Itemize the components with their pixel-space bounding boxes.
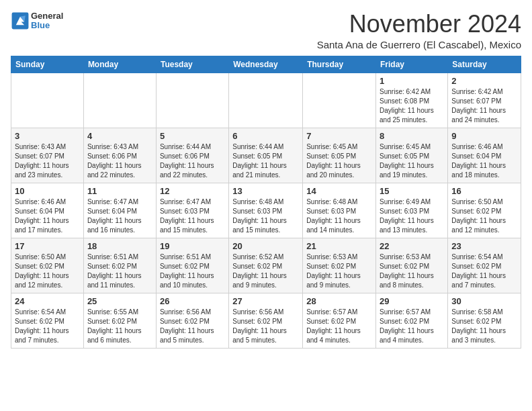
day-cell: 17Sunrise: 6:50 AM Sunset: 6:02 PM Dayli… <box>11 238 84 293</box>
day-cell: 12Sunrise: 6:47 AM Sunset: 6:03 PM Dayli… <box>156 183 228 238</box>
day-info: Sunrise: 6:57 AM Sunset: 6:02 PM Dayligh… <box>306 308 372 345</box>
day-info: Sunrise: 6:51 AM Sunset: 6:02 PM Dayligh… <box>160 253 225 290</box>
day-number: 28 <box>306 296 372 306</box>
day-cell: 15Sunrise: 6:49 AM Sunset: 6:03 PM Dayli… <box>376 183 448 238</box>
day-cell: 10Sunrise: 6:46 AM Sunset: 6:04 PM Dayli… <box>11 183 84 238</box>
day-cell: 14Sunrise: 6:48 AM Sunset: 6:03 PM Dayli… <box>303 183 376 238</box>
day-info: Sunrise: 6:50 AM Sunset: 6:02 PM Dayligh… <box>451 197 517 235</box>
day-number: 19 <box>160 241 225 251</box>
day-cell: 8Sunrise: 6:45 AM Sunset: 6:05 PM Daylig… <box>376 128 448 183</box>
day-info: Sunrise: 6:52 AM Sunset: 6:02 PM Dayligh… <box>232 253 299 290</box>
day-info: Sunrise: 6:46 AM Sunset: 6:04 PM Dayligh… <box>451 142 517 180</box>
week-row-2: 10Sunrise: 6:46 AM Sunset: 6:04 PM Dayli… <box>11 183 521 238</box>
day-cell: 9Sunrise: 6:46 AM Sunset: 6:04 PM Daylig… <box>448 128 521 183</box>
day-number: 13 <box>232 186 299 196</box>
day-number: 27 <box>232 296 299 306</box>
weekday-thursday: Thursday <box>303 56 376 73</box>
day-number: 8 <box>380 131 444 141</box>
week-row-4: 24Sunrise: 6:54 AM Sunset: 6:02 PM Dayli… <box>11 293 521 348</box>
day-number: 30 <box>451 296 517 306</box>
day-number: 22 <box>380 241 444 251</box>
day-cell: 23Sunrise: 6:54 AM Sunset: 6:02 PM Dayli… <box>448 238 521 293</box>
day-number: 16 <box>451 186 517 196</box>
logo-line2: Blue <box>31 20 63 31</box>
day-cell: 3Sunrise: 6:43 AM Sunset: 6:07 PM Daylig… <box>11 128 84 183</box>
day-cell: 22Sunrise: 6:53 AM Sunset: 6:02 PM Dayli… <box>376 238 448 293</box>
week-row-0: 1Sunrise: 6:42 AM Sunset: 6:08 PM Daylig… <box>11 73 521 128</box>
day-info: Sunrise: 6:44 AM Sunset: 6:05 PM Dayligh… <box>232 142 299 180</box>
day-cell: 26Sunrise: 6:56 AM Sunset: 6:02 PM Dayli… <box>156 293 228 348</box>
title-block: November 2024 Santa Ana de Guerrero (El … <box>317 11 521 50</box>
day-cell: 6Sunrise: 6:44 AM Sunset: 6:05 PM Daylig… <box>229 128 303 183</box>
day-info: Sunrise: 6:48 AM Sunset: 6:03 PM Dayligh… <box>306 197 372 235</box>
weekday-header-row: SundayMondayTuesdayWednesdayThursdayFrid… <box>11 56 521 73</box>
day-number: 25 <box>87 296 152 306</box>
logo-icon <box>11 11 30 30</box>
day-info: Sunrise: 6:45 AM Sunset: 6:05 PM Dayligh… <box>380 142 444 180</box>
day-number: 17 <box>15 241 80 251</box>
day-cell: 1Sunrise: 6:42 AM Sunset: 6:08 PM Daylig… <box>376 73 448 128</box>
day-info: Sunrise: 6:50 AM Sunset: 6:02 PM Dayligh… <box>15 253 80 290</box>
day-info: Sunrise: 6:54 AM Sunset: 6:02 PM Dayligh… <box>451 253 517 290</box>
day-info: Sunrise: 6:43 AM Sunset: 6:07 PM Dayligh… <box>15 142 80 180</box>
day-info: Sunrise: 6:46 AM Sunset: 6:04 PM Dayligh… <box>15 197 80 235</box>
logo: General Blue <box>11 11 63 30</box>
day-number: 9 <box>451 131 517 141</box>
day-info: Sunrise: 6:49 AM Sunset: 6:03 PM Dayligh… <box>380 197 444 235</box>
day-cell: 2Sunrise: 6:42 AM Sunset: 6:07 PM Daylig… <box>448 73 521 128</box>
day-number: 21 <box>306 241 372 251</box>
day-cell: 24Sunrise: 6:54 AM Sunset: 6:02 PM Dayli… <box>11 293 84 348</box>
day-cell <box>11 73 84 128</box>
weekday-sunday: Sunday <box>11 56 84 73</box>
day-cell: 20Sunrise: 6:52 AM Sunset: 6:02 PM Dayli… <box>229 238 303 293</box>
page-header: General Blue November 2024 Santa Ana de … <box>11 11 521 50</box>
day-number: 20 <box>232 241 299 251</box>
day-number: 6 <box>232 131 299 141</box>
day-info: Sunrise: 6:44 AM Sunset: 6:06 PM Dayligh… <box>160 142 225 180</box>
day-cell: 11Sunrise: 6:47 AM Sunset: 6:04 PM Dayli… <box>83 183 156 238</box>
day-cell: 27Sunrise: 6:56 AM Sunset: 6:02 PM Dayli… <box>229 293 303 348</box>
weekday-tuesday: Tuesday <box>156 56 228 73</box>
day-cell: 5Sunrise: 6:44 AM Sunset: 6:06 PM Daylig… <box>156 128 228 183</box>
day-number: 11 <box>87 186 152 196</box>
day-info: Sunrise: 6:58 AM Sunset: 6:02 PM Dayligh… <box>451 308 517 345</box>
day-number: 3 <box>15 131 80 141</box>
weekday-wednesday: Wednesday <box>229 56 303 73</box>
day-info: Sunrise: 6:42 AM Sunset: 6:07 PM Dayligh… <box>451 87 517 125</box>
day-cell: 21Sunrise: 6:53 AM Sunset: 6:02 PM Dayli… <box>303 238 376 293</box>
day-cell: 29Sunrise: 6:57 AM Sunset: 6:02 PM Dayli… <box>376 293 448 348</box>
day-number: 10 <box>15 186 80 196</box>
day-info: Sunrise: 6:43 AM Sunset: 6:06 PM Dayligh… <box>87 142 152 180</box>
day-info: Sunrise: 6:48 AM Sunset: 6:03 PM Dayligh… <box>232 197 299 235</box>
day-info: Sunrise: 6:47 AM Sunset: 6:03 PM Dayligh… <box>160 197 225 235</box>
day-info: Sunrise: 6:47 AM Sunset: 6:04 PM Dayligh… <box>87 197 152 235</box>
day-cell <box>229 73 303 128</box>
day-number: 12 <box>160 186 225 196</box>
calendar-body: 1Sunrise: 6:42 AM Sunset: 6:08 PM Daylig… <box>11 73 521 348</box>
day-number: 1 <box>380 76 444 86</box>
day-cell: 4Sunrise: 6:43 AM Sunset: 6:06 PM Daylig… <box>83 128 156 183</box>
day-cell: 13Sunrise: 6:48 AM Sunset: 6:03 PM Dayli… <box>229 183 303 238</box>
location-title: Santa Ana de Guerrero (El Cascabel), Mex… <box>317 39 521 50</box>
day-info: Sunrise: 6:56 AM Sunset: 6:02 PM Dayligh… <box>232 308 299 345</box>
day-info: Sunrise: 6:42 AM Sunset: 6:08 PM Dayligh… <box>380 87 444 125</box>
day-cell: 30Sunrise: 6:58 AM Sunset: 6:02 PM Dayli… <box>448 293 521 348</box>
day-number: 4 <box>87 131 152 141</box>
day-number: 18 <box>87 241 152 251</box>
day-info: Sunrise: 6:45 AM Sunset: 6:05 PM Dayligh… <box>306 142 372 180</box>
day-number: 29 <box>380 296 444 306</box>
day-cell: 25Sunrise: 6:55 AM Sunset: 6:02 PM Dayli… <box>83 293 156 348</box>
day-number: 23 <box>451 241 517 251</box>
day-cell <box>83 73 156 128</box>
day-info: Sunrise: 6:56 AM Sunset: 6:02 PM Dayligh… <box>160 308 225 345</box>
day-number: 15 <box>380 186 444 196</box>
weekday-friday: Friday <box>376 56 448 73</box>
day-info: Sunrise: 6:53 AM Sunset: 6:02 PM Dayligh… <box>306 253 372 290</box>
day-number: 5 <box>160 131 225 141</box>
day-cell <box>156 73 228 128</box>
day-cell: 19Sunrise: 6:51 AM Sunset: 6:02 PM Dayli… <box>156 238 228 293</box>
week-row-3: 17Sunrise: 6:50 AM Sunset: 6:02 PM Dayli… <box>11 238 521 293</box>
day-number: 7 <box>306 131 372 141</box>
day-cell: 16Sunrise: 6:50 AM Sunset: 6:02 PM Dayli… <box>448 183 521 238</box>
day-info: Sunrise: 6:54 AM Sunset: 6:02 PM Dayligh… <box>15 308 80 345</box>
